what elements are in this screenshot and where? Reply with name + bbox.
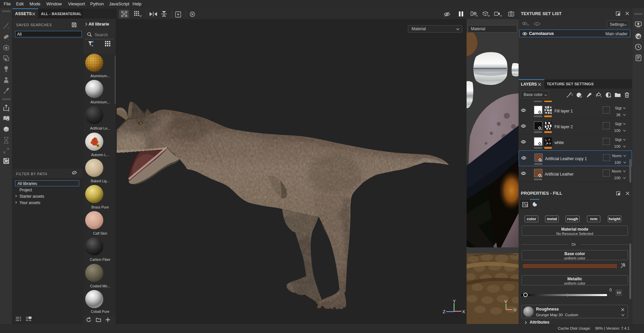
- svg-text:1: 1: [536, 22, 538, 26]
- svg-text:Z: Z: [443, 309, 445, 314]
- svg-text:U: U: [514, 307, 517, 312]
- svg-text:X: X: [462, 309, 465, 314]
- svg-text:V: V: [504, 299, 507, 304]
- svg-text:Y: Y: [453, 299, 456, 304]
